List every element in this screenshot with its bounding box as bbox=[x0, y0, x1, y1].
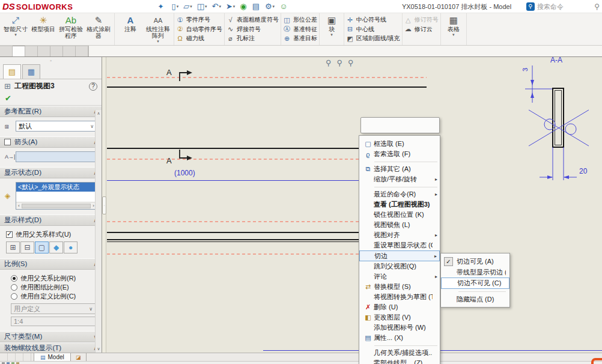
tab-configuration[interactable]: ▦ bbox=[22, 64, 40, 79]
centerline-button[interactable]: ⊟ 中心线 bbox=[346, 25, 400, 34]
section-reference-configuration[interactable]: 参考配置(R) ∧ bbox=[0, 106, 102, 117]
nav-first-button[interactable] bbox=[0, 353, 8, 361]
sub-tangent-edges-removed[interactable]: 切边不可见 (C) bbox=[441, 278, 509, 289]
section-arrow-bottom[interactable]: A bbox=[159, 145, 195, 166]
sub-tangent-edges-visible[interactable]: ✓ 切边可见 (A) bbox=[441, 256, 509, 267]
options-button[interactable]: ⚙ ▾ bbox=[263, 2, 277, 11]
user-button[interactable]: ☺ bbox=[277, 2, 290, 11]
ctx-box-select[interactable]: ▢ 框选取 (E) bbox=[359, 139, 440, 149]
section-display-style[interactable]: 显示样式(D) ∧ bbox=[0, 214, 102, 226]
caret-down-icon[interactable]: ▾ bbox=[330, 32, 333, 37]
datum-target-button[interactable]: ⊕ 基准目标 bbox=[283, 34, 317, 43]
drawing-canvas[interactable]: (1000) A A A-A 3 bbox=[102, 57, 602, 353]
caret-down-icon[interactable]: ▾ bbox=[14, 32, 17, 37]
section-arrow-top[interactable]: A bbox=[159, 62, 195, 83]
use-sheet-scale-radio[interactable] bbox=[11, 284, 17, 291]
style-hidden-lines-removed-button[interactable]: ▢ bbox=[35, 241, 49, 253]
auto-balloon-button[interactable]: ② 自动零件序号 bbox=[176, 25, 222, 34]
open-button[interactable]: ▱ ▾ bbox=[181, 2, 195, 11]
sub-tangent-edges-with-font[interactable]: 带线型显示切边 (B) bbox=[441, 267, 509, 278]
panel-grip-handle[interactable]: ◦ bbox=[0, 57, 102, 64]
ctx-view-alignment[interactable]: 视图对齐 ▸ bbox=[359, 230, 440, 240]
plate-section-outline[interactable] bbox=[553, 88, 564, 147]
hole-callout-button[interactable]: ⌀ 孔标注 bbox=[227, 34, 279, 43]
section-label-a-bottom[interactable]: A bbox=[166, 156, 172, 165]
tab-solidworks-addins[interactable] bbox=[50, 46, 63, 56]
tab-today-manufacturing[interactable] bbox=[76, 46, 88, 56]
ctx-convert-view-to-sketch[interactable]: 将视图转换为草图 (T) bbox=[359, 292, 440, 302]
help-button[interactable]: ? bbox=[89, 82, 97, 91]
select-button[interactable]: ➤ ▾ bbox=[223, 2, 237, 11]
scroll-right-icon[interactable]: › bbox=[93, 203, 94, 208]
section-arrow[interactable]: 箭头(A) ∧ bbox=[0, 136, 102, 148]
arrow-label-input[interactable] bbox=[16, 151, 97, 162]
view-label-a-a[interactable]: A-A bbox=[550, 57, 562, 64]
ctx-add-view-label[interactable]: 添加视图标号 (W) bbox=[359, 323, 440, 333]
panel-scrollbar[interactable]: ∧ ∨ bbox=[95, 110, 102, 353]
centerline-top-dashed[interactable] bbox=[107, 77, 427, 78]
motion-study-tab[interactable]: ◪ bbox=[71, 353, 87, 361]
ctx-change-layer[interactable]: ◧ 更改图层 (V) bbox=[359, 312, 440, 323]
dimension-text-1000[interactable]: (1000) bbox=[174, 169, 195, 177]
save-button[interactable]: ◫ ▾ bbox=[195, 2, 210, 11]
dimension-text-3[interactable]: 3 bbox=[521, 68, 529, 71]
weld-symbol-circle-right[interactable] bbox=[565, 124, 576, 135]
ctx-zoom-pan-rotate[interactable]: 缩放/平移/旋转 ▸ bbox=[359, 174, 440, 184]
tab-sheet-format[interactable] bbox=[63, 46, 76, 56]
ctx-component-line-font[interactable]: 零部件线型... (Z) bbox=[359, 358, 440, 364]
rebuild-button[interactable]: ◉ bbox=[237, 2, 249, 11]
scrollbar-thumb[interactable] bbox=[22, 204, 91, 208]
use-custom-scale-radio[interactable] bbox=[11, 293, 17, 300]
balloon-button[interactable]: ① 零件序号 bbox=[176, 16, 222, 24]
area-hatch-button[interactable]: ◩ 区域剖面线/填充 bbox=[346, 34, 400, 43]
model-items-button[interactable]: ✳ 模型项目 bbox=[29, 14, 57, 44]
sub-hide-ends[interactable]: 隐藏端点 (D) bbox=[441, 294, 509, 305]
style-wireframe-button[interactable]: ⊞ bbox=[6, 241, 20, 253]
spell-check-button[interactable]: Ab 拼写检验程序 bbox=[57, 14, 85, 44]
revision-cloud-button[interactable]: ☁ 修订云 bbox=[404, 25, 439, 34]
section-dimension-type[interactable]: 尺寸类型(M) ∨ bbox=[0, 331, 102, 342]
ctx-select-other[interactable]: ⧉ 选择其它 (A) bbox=[359, 164, 440, 174]
search-box[interactable]: ⚲ 搜索命令 ⚲ bbox=[526, 2, 600, 11]
datum-feature-button[interactable]: Ⓐ 基准特征 bbox=[283, 25, 317, 34]
display-state-list[interactable]: <默认>_外观显示状态 ‹ › bbox=[16, 182, 97, 210]
scroll-down-icon[interactable]: ∨ bbox=[97, 347, 100, 351]
use-parent-scale-radio[interactable] bbox=[11, 275, 17, 282]
display-state-selected-item[interactable]: <默认>_外观显示状态 bbox=[16, 183, 96, 192]
section-label-a-top[interactable]: A bbox=[166, 68, 172, 77]
section-display-state[interactable]: 显示状态(D) ∧ bbox=[0, 167, 102, 178]
scroll-up-icon[interactable]: ∧ bbox=[97, 111, 100, 116]
nav-prev-button[interactable] bbox=[8, 353, 16, 361]
ok-check-button[interactable]: ✔ bbox=[0, 93, 102, 106]
tab-property-manager[interactable]: ▤ bbox=[3, 64, 21, 79]
properties-button[interactable]: ▤ bbox=[250, 2, 263, 11]
tab-sketch[interactable] bbox=[25, 46, 38, 56]
zoom-to-fit-icon[interactable]: ⚲ bbox=[326, 58, 332, 67]
gtol-button[interactable]: ◫ 形位公差 bbox=[283, 16, 317, 24]
ctx-jump-to-parent-view[interactable]: 跳到父视图(Q) bbox=[359, 261, 440, 271]
ctx-properties[interactable]: ▤ 属性... (X) bbox=[359, 333, 440, 343]
arrow-checkbox[interactable] bbox=[4, 139, 11, 145]
caret-down-icon[interactable]: ▾ bbox=[452, 32, 455, 37]
undo-button[interactable]: ↶ ▾ bbox=[209, 2, 223, 11]
style-shaded-button[interactable]: ● bbox=[64, 241, 78, 253]
ctx-delete[interactable]: ✗ 删除 (U) bbox=[359, 302, 440, 312]
section-scale[interactable]: 比例(S) ∧ bbox=[0, 258, 102, 270]
scroll-left-icon[interactable]: ‹ bbox=[18, 203, 20, 208]
section-view-a-a[interactable]: A-A 3 20 bbox=[517, 57, 602, 186]
ctx-tangent-edge[interactable]: 切边 ▸ bbox=[359, 250, 440, 261]
use-parent-style-checkbox[interactable] bbox=[6, 231, 13, 238]
ctx-recent-commands[interactable]: 最近的命令(R) ▸ bbox=[359, 189, 440, 199]
tab-evaluate[interactable] bbox=[38, 46, 50, 56]
new-button[interactable]: ▯ ▾ bbox=[169, 2, 181, 11]
list-horizontal-scrollbar[interactable]: ‹ › bbox=[16, 202, 96, 209]
nav-last-button[interactable] bbox=[23, 353, 31, 361]
model-tab[interactable]: ▤ Model bbox=[34, 353, 71, 361]
caret-down-icon[interactable]: ▾ bbox=[157, 39, 159, 44]
note-button[interactable]: A 注释 bbox=[117, 14, 144, 44]
magnetic-line-button[interactable]: Ω 磁力线 bbox=[176, 34, 222, 43]
style-shaded-with-edges-button[interactable]: ◆ bbox=[49, 241, 63, 253]
surface-finish-button[interactable]: √ 表面粗糙度符号 bbox=[227, 16, 279, 24]
ctx-replace-model[interactable]: ⇄ 替换模型 (S) bbox=[359, 282, 440, 292]
linear-note-pattern-button[interactable]: AA 线性注释阵列 ▾ bbox=[144, 14, 172, 44]
